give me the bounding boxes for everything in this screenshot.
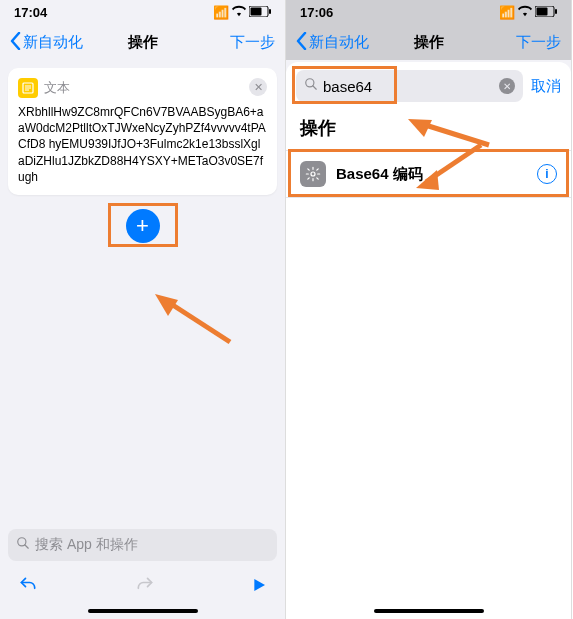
battery-icon — [535, 5, 557, 20]
search-placeholder: 搜索 App 和操作 — [35, 536, 138, 554]
home-indicator[interactable] — [88, 609, 198, 613]
nav-title: 操作 — [128, 33, 158, 52]
text-action-card[interactable]: 文本 ✕ XRbhllHw9ZC8mrQFCn6V7BVAABSygBA6+aa… — [8, 68, 277, 195]
battery-icon — [249, 5, 271, 20]
svg-rect-13 — [555, 9, 557, 14]
svg-point-17 — [311, 172, 315, 176]
svg-line-9 — [25, 545, 29, 549]
clear-search-icon[interactable]: ✕ — [499, 78, 515, 94]
play-button[interactable] — [251, 577, 267, 597]
text-icon — [18, 78, 38, 98]
nav-bar: 新自动化 操作 下一步 — [286, 24, 571, 60]
status-bar: 17:04 📶 — [0, 0, 285, 24]
search-input[interactable]: base64 ✕ — [296, 70, 523, 102]
cancel-button[interactable]: 取消 — [531, 77, 561, 96]
text-card-content[interactable]: XRbhllHw9ZC8mrQFCn6V7BVAABSygBA6+aaW0dcM… — [18, 104, 267, 185]
nav-next-button[interactable]: 下一步 — [516, 33, 561, 52]
signal-icon: 📶 — [213, 5, 229, 20]
nav-bar: 新自动化 操作 下一步 — [0, 24, 285, 60]
section-title: 操作 — [286, 110, 571, 150]
annotation-arrow-1 — [150, 292, 240, 352]
nav-back-button[interactable]: 新自动化 — [10, 32, 83, 53]
wifi-icon — [518, 4, 532, 21]
svg-marker-10 — [254, 579, 265, 591]
nav-title: 操作 — [414, 33, 444, 52]
search-value: base64 — [323, 78, 372, 95]
info-icon[interactable]: i — [537, 164, 557, 184]
home-indicator[interactable] — [374, 609, 484, 613]
status-indicators: 📶 — [213, 4, 271, 21]
add-action-button[interactable]: + — [126, 209, 160, 243]
search-bar[interactable]: 搜索 App 和操作 — [8, 529, 277, 561]
svg-rect-12 — [537, 7, 548, 15]
result-label: Base64 编码 — [336, 165, 423, 184]
chevron-left-icon — [10, 32, 21, 53]
svg-marker-7 — [155, 294, 178, 316]
status-time: 17:06 — [300, 5, 333, 20]
nav-next-button[interactable]: 下一步 — [230, 33, 275, 52]
plus-icon: + — [136, 213, 149, 239]
undo-button[interactable] — [18, 575, 38, 600]
status-bar: 17:06 📶 — [286, 0, 571, 24]
svg-line-15 — [313, 86, 317, 90]
search-icon — [16, 536, 30, 554]
nav-back-label: 新自动化 — [309, 33, 369, 52]
content-area: 文本 ✕ XRbhllHw9ZC8mrQFCn6V7BVAABSygBA6+aa… — [0, 60, 285, 529]
svg-rect-2 — [269, 9, 271, 14]
phone-right: 17:06 📶 新自动化 操作 下一步 base64 — [286, 0, 572, 619]
redo-button — [135, 575, 155, 600]
svg-rect-1 — [251, 7, 262, 15]
status-indicators: 📶 — [499, 4, 557, 21]
gear-icon — [300, 161, 326, 187]
text-card-label: 文本 — [44, 79, 70, 97]
bottom-toolbar — [0, 569, 285, 605]
wifi-icon — [232, 4, 246, 21]
chevron-left-icon — [296, 32, 307, 53]
nav-back-button[interactable]: 新自动化 — [296, 32, 369, 53]
search-icon — [304, 77, 318, 95]
search-result-base64[interactable]: Base64 编码 i — [286, 150, 571, 198]
signal-icon: 📶 — [499, 5, 515, 20]
phone-left: 17:04 📶 新自动化 操作 下一步 文本 — [0, 0, 286, 619]
search-sheet: base64 ✕ 取消 操作 Base64 编码 i — [286, 62, 571, 619]
highlight-result — [288, 149, 569, 197]
close-icon[interactable]: ✕ — [249, 78, 267, 96]
nav-back-label: 新自动化 — [23, 33, 83, 52]
status-time: 17:04 — [14, 5, 47, 20]
